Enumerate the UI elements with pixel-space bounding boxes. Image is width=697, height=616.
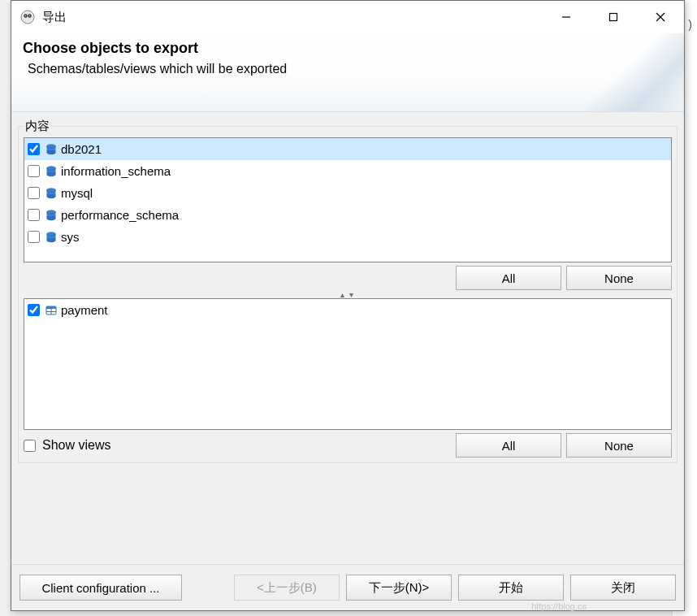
show-views-checkbox[interactable]: Show views bbox=[24, 438, 110, 453]
schema-row[interactable]: db2021 bbox=[24, 138, 671, 160]
svg-point-4 bbox=[29, 15, 30, 16]
database-icon bbox=[45, 209, 58, 222]
close-dialog-button[interactable]: 关闭 bbox=[570, 575, 676, 601]
schema-name: mysql bbox=[61, 186, 93, 200]
schema-name: information_schema bbox=[61, 164, 171, 178]
schema-checkbox[interactable] bbox=[28, 231, 40, 243]
schema-checkbox[interactable] bbox=[28, 165, 40, 177]
schema-name: performance_schema bbox=[61, 208, 179, 222]
schema-checkbox[interactable] bbox=[28, 143, 40, 155]
schema-row[interactable]: sys bbox=[24, 226, 671, 248]
database-icon bbox=[45, 231, 58, 244]
footer: Client configuration ... <上一步(B) 下一步(N)>… bbox=[11, 564, 684, 610]
database-icon bbox=[45, 187, 58, 200]
tables-all-button[interactable]: All bbox=[456, 433, 561, 458]
table-checkbox[interactable] bbox=[28, 304, 40, 316]
table-name: payment bbox=[61, 303, 108, 317]
group-legend: 内容 bbox=[24, 119, 51, 134]
maximize-button[interactable] bbox=[590, 1, 637, 33]
schema-row[interactable]: performance_schema bbox=[24, 204, 671, 226]
content-area: 内容 db2021information_schemamysqlperforma… bbox=[11, 112, 684, 564]
page-heading: Choose objects to export bbox=[23, 40, 673, 57]
svg-point-0 bbox=[21, 11, 34, 24]
minimize-button[interactable] bbox=[543, 1, 590, 33]
splitter-handle[interactable]: ▴ ▾ bbox=[24, 290, 672, 298]
schema-name: db2021 bbox=[61, 142, 102, 156]
schema-checkbox[interactable] bbox=[28, 209, 40, 221]
database-icon bbox=[45, 165, 58, 178]
next-button[interactable]: 下一步(N)> bbox=[346, 575, 452, 601]
tables-list[interactable]: payment bbox=[24, 298, 672, 430]
schemas-button-row: All None bbox=[24, 266, 672, 290]
svg-point-3 bbox=[25, 15, 26, 16]
table-row[interactable]: payment bbox=[24, 299, 671, 321]
close-button[interactable] bbox=[637, 1, 684, 33]
banner: Choose objects to export Schemas/tables/… bbox=[11, 33, 684, 112]
tables-none-button[interactable]: None bbox=[566, 433, 672, 458]
page-subheading: Schemas/tables/views which will be expor… bbox=[28, 62, 673, 76]
tables-button-row: Show views All None bbox=[24, 433, 672, 458]
client-config-button[interactable]: Client configuration ... bbox=[19, 575, 182, 601]
start-button[interactable]: 开始 bbox=[458, 575, 564, 601]
app-icon bbox=[19, 9, 36, 25]
schemas-none-button[interactable]: None bbox=[566, 266, 672, 290]
schemas-all-button[interactable]: All bbox=[456, 266, 561, 290]
database-icon bbox=[45, 143, 58, 156]
svg-rect-6 bbox=[610, 14, 617, 21]
titlebar: 导出 bbox=[11, 1, 684, 33]
schema-checkbox[interactable] bbox=[28, 187, 40, 199]
schema-name: sys bbox=[61, 230, 80, 244]
content-group: 内容 db2021information_schemamysqlperforma… bbox=[18, 119, 678, 463]
schemas-list[interactable]: db2021information_schemamysqlperformance… bbox=[24, 137, 672, 262]
show-views-label: Show views bbox=[42, 438, 110, 453]
window-title: 导出 bbox=[42, 10, 67, 25]
table-icon bbox=[45, 304, 58, 317]
export-dialog: 导出 Choose objects to export Schemas/tabl… bbox=[11, 0, 685, 611]
schema-row[interactable]: information_schema bbox=[24, 160, 671, 182]
show-views-input[interactable] bbox=[24, 440, 36, 452]
schema-row[interactable]: mysql bbox=[24, 182, 671, 204]
back-button[interactable]: <上一步(B) bbox=[234, 575, 340, 601]
